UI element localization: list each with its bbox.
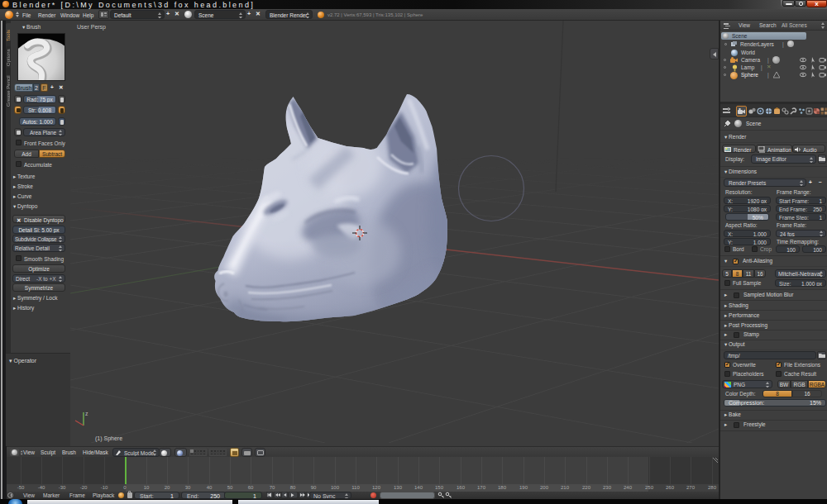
svg-text:z: z: [85, 411, 88, 416]
